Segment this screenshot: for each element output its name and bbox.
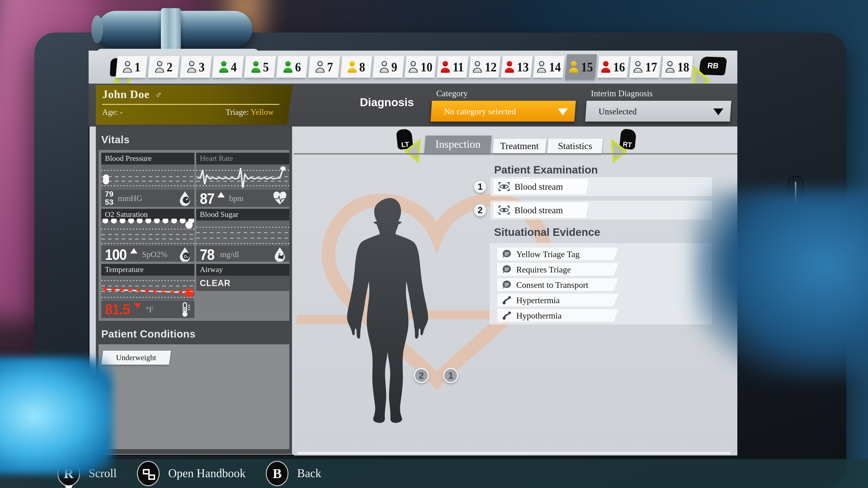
right-hand-finger	[692, 190, 868, 380]
heart-rate-tile: Heart Rate 87 bpm	[196, 153, 289, 207]
patient-tab-13[interactable]: 13	[501, 56, 532, 78]
o2-saturation-value: 100	[105, 247, 127, 262]
person-icon	[472, 61, 482, 73]
temperature-tile: Temperature 81.5 °F	[101, 264, 194, 318]
o2-saturation-tile: O2 Saturation 100 SpO2% O₂	[101, 209, 194, 262]
person-icon-yellow	[347, 61, 357, 73]
situational-evidence-title: Situational Evidence	[494, 227, 600, 238]
patient-tabs-row: 1 2 3 4 5 6 7 8 9 10 11 12 13 14 15 16 1…	[117, 56, 692, 79]
o2-drop-icon: O₂	[178, 247, 192, 262]
patient-tab-12[interactable]: 12	[469, 56, 500, 78]
horizontal-scroll-track[interactable]	[298, 452, 731, 454]
category-dropdown[interactable]: No category selected	[431, 101, 576, 122]
person-icon	[665, 61, 675, 73]
patient-tab-number: 9	[391, 60, 397, 73]
male-gender-icon: ♂	[155, 90, 162, 100]
patient-tab-4[interactable]: 4	[212, 56, 244, 78]
patient-tab-17[interactable]: 17	[629, 56, 661, 78]
patient-tab-number: 14	[549, 60, 561, 73]
patient-tab-10[interactable]: 10	[405, 56, 436, 78]
interim-diagnosis-label: Interim Diagnosis	[591, 89, 653, 98]
o2-saturation-chart	[101, 221, 194, 246]
patient-tab-5[interactable]: 5	[244, 56, 276, 78]
svg-text:O₂: O₂	[184, 255, 188, 259]
body-marker-1[interactable]: 1	[443, 368, 458, 383]
blood-pressure-value: 7953	[105, 190, 114, 206]
examination-row-1: 1 Blood stream	[491, 177, 712, 196]
patient-tab-bar: LB 1 2 3 4 5 6 7 8 9 10 11 12 13 14 15 1…	[89, 51, 737, 84]
exam-finding-blood-stream-2[interactable]: Blood stream	[494, 202, 589, 218]
controller-hint-bar: R Scroll Open Handbook B Back	[0, 459, 868, 488]
patient-tab-1[interactable]: 1	[116, 56, 147, 78]
blood-pressure-label: Blood Pressure	[101, 153, 194, 164]
patient-tab-number: 10	[421, 60, 432, 73]
patient-examination-title: Patient Examination	[494, 164, 598, 175]
patient-tab-6[interactable]: 6	[276, 56, 308, 78]
patient-tab-number: 4	[231, 60, 237, 73]
age-row: Age: -	[102, 108, 123, 116]
tab-treatment[interactable]: Treatment	[493, 139, 546, 153]
touch-hand-icon	[502, 311, 512, 320]
patient-header-panel: John Doe ♂ Age: - Triage: Yellow	[96, 85, 293, 125]
open-handbook-hint-label: Open Handbook	[168, 468, 246, 480]
tab-statistics[interactable]: Statistics	[547, 139, 603, 153]
trend-down-icon	[134, 303, 141, 308]
b-button-glyph: B	[267, 462, 288, 485]
o2-end-point	[185, 222, 193, 229]
person-icon	[123, 61, 132, 73]
patient-tab-number: 13	[517, 60, 528, 73]
heart-rate-chart	[196, 164, 289, 190]
tab-inspection[interactable]: Inspection	[424, 135, 492, 153]
patient-tab-16[interactable]: 16	[597, 56, 629, 78]
heart-pulse-icon	[273, 191, 287, 206]
vitals-title: Vitals	[101, 135, 130, 145]
diagnosis-title: Diagnosis	[360, 97, 414, 108]
blood-sugar-chart	[196, 221, 289, 246]
patient-tab-number: 12	[485, 60, 496, 73]
exam-finding-blood-stream-1[interactable]: Blood stream	[494, 179, 589, 194]
person-icon-red	[504, 61, 514, 73]
person-icon	[379, 61, 389, 73]
exam-number-badge: 2	[473, 203, 487, 217]
patient-tab-number: 1	[134, 60, 141, 73]
patient-tab-number: 17	[645, 60, 657, 73]
patient-tab-7[interactable]: 7	[308, 56, 340, 78]
evidence-consent-to-transport[interactable]: Consent to Transport	[497, 278, 618, 291]
evidence-requires-triage[interactable]: Requires Triage	[497, 263, 618, 275]
patient-tab-3[interactable]: 3	[180, 56, 212, 78]
chevron-down-icon	[713, 108, 723, 115]
view-button[interactable]	[136, 460, 160, 487]
temperature-label: Temperature	[101, 264, 194, 275]
airway-value: CLEAR	[196, 275, 289, 291]
patient-name: John Doe	[102, 88, 149, 101]
evidence-hypertermia[interactable]: Hypertermia	[497, 294, 618, 306]
blood-sugar-unit: mg/dl	[220, 251, 239, 259]
b-button[interactable]: B	[266, 460, 289, 487]
patient-tab-8[interactable]: 8	[340, 56, 372, 78]
evidence-hypothermia[interactable]: Hypothermia	[497, 309, 618, 322]
patient-tab-9[interactable]: 9	[373, 56, 404, 78]
o2-data-points	[101, 219, 194, 226]
person-icon-red	[600, 61, 611, 73]
person-icon	[187, 61, 197, 73]
patient-tab-number: 3	[199, 60, 205, 73]
category-value: No category selected	[431, 107, 516, 116]
patient-tab-2[interactable]: 2	[148, 56, 180, 78]
body-marker-2[interactable]: 2	[414, 368, 429, 383]
human-silhouette	[341, 194, 438, 426]
person-icon-green	[251, 61, 261, 73]
touch-hand-icon	[502, 295, 512, 304]
evidence-yellow-triage-tag[interactable]: Yellow Triage Tag	[497, 248, 618, 260]
interim-diagnosis-dropdown[interactable]: Unselected	[585, 101, 731, 122]
patient-tab-number: 5	[263, 60, 269, 73]
tablet-screen: LB 1 2 3 4 5 6 7 8 9 10 11 12 13 14 15 1…	[89, 51, 737, 455]
patient-tab-18[interactable]: 18	[661, 56, 693, 78]
patient-tab-14[interactable]: 14	[533, 56, 565, 78]
speech-bubble-icon	[502, 250, 512, 258]
patient-conditions-title: Patient Conditions	[101, 329, 195, 339]
patient-body-figure[interactable]: 2 1	[341, 194, 438, 426]
patient-tab-15-selected[interactable]: 15	[565, 54, 597, 79]
speech-bubble-icon	[502, 280, 512, 289]
patient-tab-11[interactable]: 11	[437, 56, 468, 78]
patient-tab-number: 18	[677, 60, 689, 73]
